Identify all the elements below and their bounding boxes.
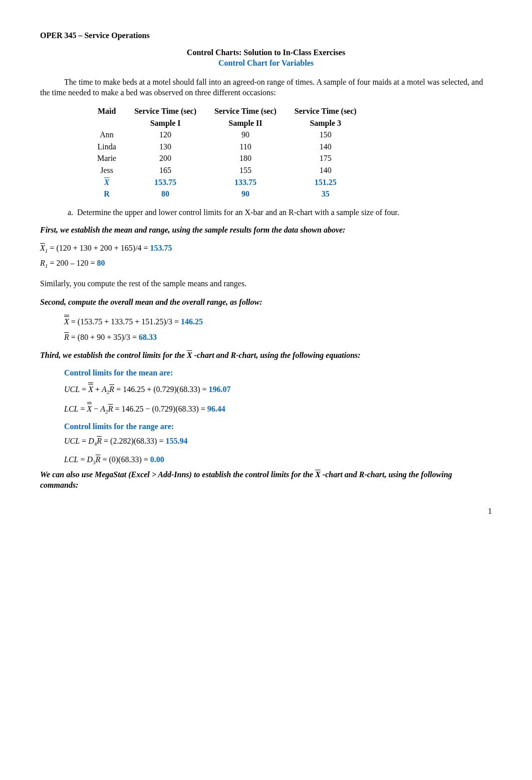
question-list: Determine the upper and lower control li…	[60, 207, 492, 218]
step-second: Second, compute the overall mean and the…	[40, 297, 492, 308]
r1-sym: R	[40, 259, 45, 267]
th-sub2: Sample II	[205, 117, 286, 129]
step-third: Third, we establish the control limits f…	[40, 350, 492, 361]
ucl-mean-equation: UCL = X + A2R = 146.25 + (0.729)(68.33) …	[64, 382, 492, 396]
table-row: Linda 130 110 140	[88, 141, 366, 153]
r1-value: 80	[97, 259, 105, 267]
x1-equation: X1 = (120 + 130 + 200 + 165)/4 = 153.75	[40, 243, 492, 255]
cell: 153.75	[125, 176, 205, 188]
xdblbar-sym: X	[64, 315, 69, 327]
range-limits-label: Control limits for the range are:	[64, 421, 492, 432]
th-sub0	[88, 117, 125, 129]
row-label: Jess	[88, 164, 125, 176]
r-symbol: R	[88, 188, 125, 200]
ucl-range-equation: UCL = D4R = (2.282)(68.33) = 155.94	[64, 436, 492, 448]
th-s1: Service Time (sec)	[125, 105, 205, 117]
cell: 175	[286, 152, 366, 164]
th-sub1: Sample I	[125, 117, 205, 129]
cell: 200	[125, 152, 205, 164]
title-block: Control Charts: Solution to In-Class Exe…	[40, 47, 492, 69]
grand-mean-expr: = (153.75 + 133.75 + 151.25)/3 =	[71, 317, 181, 326]
cell: 133.75	[205, 176, 286, 188]
th-sub3: Sample 3	[286, 117, 366, 129]
table-row: Ann 120 90 150	[88, 129, 366, 141]
cell: 90	[205, 129, 286, 141]
table-xbar-row: X 153.75 133.75 151.25	[88, 176, 366, 188]
row-label: Ann	[88, 129, 125, 141]
th-maid: Maid	[88, 105, 125, 117]
lcl-range-value: 0.00	[150, 455, 164, 464]
megastat-xbar: X	[315, 469, 321, 480]
grand-mean-equation: X = (153.75 + 133.75 + 151.25)/3 = 146.2…	[64, 315, 492, 327]
cell: 155	[205, 164, 286, 176]
grand-mean-value: 146.25	[181, 317, 203, 326]
cell: 130	[125, 141, 205, 153]
th-s3: Service Time (sec)	[286, 105, 366, 117]
third-post: -chart and R-chart, using the following …	[192, 351, 361, 359]
cell: 180	[205, 152, 286, 164]
row-label: Marie	[88, 152, 125, 164]
intro-paragraph: The time to make beds at a motel should …	[40, 77, 492, 98]
cell: 120	[125, 129, 205, 141]
megastat-pre: We can also use MegaStat (Excel > Add-In…	[40, 470, 315, 479]
page-number: 1	[40, 506, 492, 517]
table-row: Marie 200 180 175	[88, 152, 366, 164]
similarly-note: Similarly, you compute the rest of the s…	[40, 278, 492, 289]
cell: 140	[286, 141, 366, 153]
subtitle-line1: Control Charts: Solution to In-Class Exe…	[40, 47, 492, 58]
x1-expr: = (120 + 130 + 200 + 165)/4 =	[50, 244, 150, 252]
third-pre: Third, we establish the control limits f…	[40, 351, 187, 359]
mean-range-expr: = (80 + 90 + 35)/3 =	[71, 333, 139, 341]
cell: 165	[125, 164, 205, 176]
ucl-mean-value: 196.07	[209, 385, 231, 394]
th-s2: Service Time (sec)	[205, 105, 286, 117]
table-row: Jess 165 155 140	[88, 164, 366, 176]
row-label: Linda	[88, 141, 125, 153]
step-first: First, we establish the mean and range, …	[40, 225, 492, 236]
xbar-symbol: X	[104, 177, 110, 188]
subtitle-line2: Control Chart for Variables	[40, 58, 492, 69]
cell: 110	[205, 141, 286, 153]
table-r-row: R 80 90 35	[88, 188, 366, 200]
question-a: Determine the upper and lower control li…	[75, 207, 492, 218]
x1-value: 153.75	[150, 244, 172, 252]
mean-limits-label: Control limits for the mean are:	[64, 367, 492, 378]
lcl-mean-value: 96.44	[207, 405, 225, 413]
lcl-range-equation: LCL = D3R = (0)(68.33) = 0.00	[64, 454, 492, 466]
cell: 80	[125, 188, 205, 200]
cell: 150	[286, 129, 366, 141]
r1-equation: R1 = 200 – 120 = 80	[40, 258, 492, 270]
data-table: Maid Service Time (sec) Service Time (se…	[88, 105, 366, 200]
ucl-range-value: 155.94	[165, 437, 187, 445]
mean-range-value: 68.33	[139, 333, 157, 341]
lcl-mean-equation: LCL = X − A2R = 146.25 − (0.729)(68.33) …	[64, 402, 492, 416]
rbar-sym: R	[64, 332, 69, 343]
cell: 151.25	[286, 176, 366, 188]
table-subheader-row: Sample I Sample II Sample 3	[88, 117, 366, 129]
xbar-sym: X	[40, 243, 45, 254]
table-header-row: Maid Service Time (sec) Service Time (se…	[88, 105, 366, 117]
cell: 35	[286, 188, 366, 200]
r1-expr: = 200 – 120 =	[50, 259, 97, 267]
page-header: OPER 345 – Service Operations	[40, 30, 492, 41]
megastat-note: We can also use MegaStat (Excel > Add-In…	[40, 469, 492, 491]
cell: 140	[286, 164, 366, 176]
mean-range-equation: R = (80 + 90 + 35)/3 = 68.33	[64, 332, 492, 343]
x1-sub: 1	[45, 248, 48, 254]
r1-sub: 1	[45, 263, 48, 269]
cell: 90	[205, 188, 286, 200]
third-xbar: X	[187, 350, 192, 361]
